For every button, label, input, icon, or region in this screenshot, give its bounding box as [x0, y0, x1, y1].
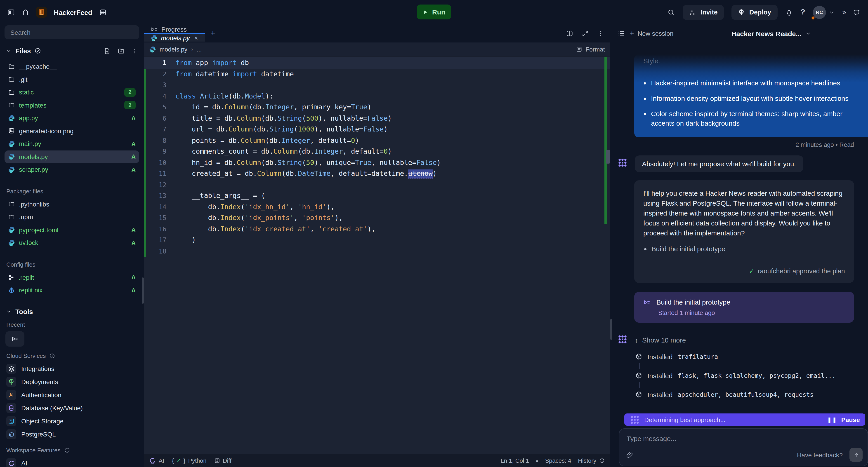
code-line-18[interactable]: 18 — [144, 245, 610, 257]
collapse-panel-icon[interactable]: » — [842, 8, 845, 16]
task-card[interactable]: Build the initial prototype Started 1 mi… — [634, 292, 854, 323]
statusbar-diff[interactable]: Diff — [214, 457, 231, 464]
account-menu[interactable]: RC ✦ — [813, 6, 835, 19]
search-icon[interactable] — [668, 8, 675, 16]
indent-setting[interactable]: Spaces: 4 — [545, 457, 571, 464]
task-started: Started 1 minute ago — [658, 309, 845, 316]
code-line-1[interactable]: 1from app import db — [144, 57, 610, 68]
code-line-3[interactable]: 3 — [144, 79, 610, 91]
show-more-button[interactable]: ↕ Show 10 more — [635, 336, 686, 344]
recent-agent-button[interactable] — [5, 331, 24, 346]
file-row-.replit[interactable]: .replitA — [4, 271, 139, 284]
code-line-11[interactable]: 11 created_at = db.Column(db.DateTime, d… — [144, 168, 610, 179]
new-folder-icon[interactable] — [118, 47, 125, 55]
app-icon[interactable] — [36, 7, 47, 18]
chevron-down-icon[interactable] — [6, 308, 12, 314]
file-row-replit.nix[interactable]: replit.nixA — [4, 284, 139, 297]
tool-ai[interactable]: AI — [4, 457, 139, 467]
code-line-8[interactable]: 8 points = db.Column(db.Integer, default… — [144, 135, 610, 146]
info-icon[interactable] — [50, 353, 55, 359]
notifications-icon[interactable] — [785, 8, 793, 16]
message-composer[interactable]: Type message... Have feedback? — [619, 428, 868, 466]
new-tab-icon[interactable]: + — [205, 24, 221, 42]
code-line-10[interactable]: 10 hn_id = db.Column(db.String(50), uniq… — [144, 157, 610, 168]
editor-scrollbar[interactable] — [606, 150, 610, 164]
chevron-down-icon[interactable] — [6, 48, 12, 54]
app-title[interactable]: HackerFeed — [54, 8, 92, 16]
send-button[interactable] — [849, 448, 863, 462]
tool-object-storage[interactable]: 1001Object Storage — [4, 414, 139, 428]
tool-deployments[interactable]: Deployments — [4, 375, 139, 388]
file-row-static[interactable]: static2 — [4, 86, 139, 99]
cursor-position[interactable]: Ln 1, Col 1 — [501, 457, 529, 464]
tool-database-key-value-[interactable]: Database (Key/Value) — [4, 401, 139, 414]
file-row-uv.lock[interactable]: uv.lockA — [4, 236, 139, 249]
statusbar-language[interactable]: {✓} Python — [172, 457, 207, 464]
file-row-app.py[interactable]: app.pyA — [4, 111, 139, 125]
tool-integrations[interactable]: Integrations — [4, 362, 139, 375]
help-icon[interactable]: ? — [800, 8, 805, 17]
chat-scrollbar[interactable] — [610, 319, 612, 340]
code-line-4[interactable]: 4class Article(db.Model): — [144, 91, 610, 102]
code-line-5[interactable]: 5 id = db.Column(db.Integer, primary_key… — [144, 102, 610, 113]
code-line-2[interactable]: 2from datetime import datetime — [144, 68, 610, 79]
session-list-icon[interactable] — [618, 30, 625, 37]
new-file-icon[interactable] — [103, 47, 111, 55]
check-circle-icon[interactable] — [34, 47, 41, 54]
code-line-13[interactable]: 13 __table_args__ = ( — [144, 190, 610, 201]
code-line-17[interactable]: 17 ) — [144, 235, 610, 245]
breadcrumb-file[interactable]: models.py — [160, 46, 187, 53]
info-icon[interactable] — [64, 447, 70, 453]
code-line-12[interactable]: 12 — [144, 179, 610, 190]
split-pane-icon[interactable] — [566, 30, 573, 37]
tool-authentication[interactable]: Authentication — [4, 388, 139, 401]
file-row-templates[interactable]: templates2 — [4, 99, 139, 111]
file-row-.upm[interactable]: .upm — [4, 210, 139, 224]
feedback-bubble-icon[interactable] — [853, 8, 861, 16]
feedback-link[interactable]: Have feedback? — [797, 451, 843, 459]
files-menu-icon[interactable] — [131, 48, 138, 54]
new-session-button[interactable]: + New session — [630, 29, 673, 37]
home-icon[interactable] — [22, 8, 29, 16]
file-row-.git[interactable]: .git — [4, 73, 139, 86]
code-line-7[interactable]: 7 url = db.Column(db.String(1000), nulla… — [144, 124, 610, 135]
plan-card: I'll help you create a Hacker News reade… — [634, 180, 854, 283]
statusbar-dot: ● — [536, 459, 538, 463]
statusbar-ai[interactable]: AI — [149, 457, 164, 464]
invite-button[interactable]: Invite — [683, 5, 724, 20]
code-line-15[interactable]: 15 db.Index('idx_points', 'points'), — [144, 212, 610, 224]
file-row-scraper.py[interactable]: scraper.pyA — [4, 163, 139, 176]
file-row-models.py[interactable]: models.pyA — [4, 150, 139, 163]
workspace-menu-icon[interactable] — [99, 8, 107, 16]
tab-Progress[interactable]: Progress — [144, 24, 205, 33]
search-box[interactable] — [4, 25, 139, 39]
tool-postgresql[interactable]: PostgreSQL — [4, 428, 139, 441]
file-row-.pythonlibs[interactable]: .pythonlibs — [4, 198, 139, 210]
code-editor[interactable]: 1from app import db2from datetime import… — [144, 56, 610, 454]
pause-button[interactable]: ❚❚ Pause — [827, 416, 860, 423]
run-button[interactable]: Run — [417, 4, 451, 20]
tab-models-py[interactable]: models.py× — [144, 33, 205, 41]
chat-message-list[interactable]: Style: Hacker-inspired minimalist interf… — [618, 42, 864, 466]
line-number: 10 — [144, 159, 166, 166]
code-line-6[interactable]: 6 title = db.Column(db.String(500), null… — [144, 113, 610, 124]
sidebar-toggle-icon[interactable] — [7, 8, 15, 16]
deploy-button[interactable]: Deploy — [732, 5, 778, 20]
expand-pane-icon[interactable] — [582, 30, 589, 37]
file-row-__pycache__[interactable]: __pycache__ — [4, 60, 139, 73]
file-row-pyproject.toml[interactable]: pyproject.tomlA — [4, 224, 139, 236]
code-line-9[interactable]: 9 comments_count = db.Column(db.Integer,… — [144, 146, 610, 157]
sidebar-scrollbar[interactable] — [142, 277, 144, 304]
close-icon[interactable]: × — [194, 34, 198, 41]
format-button[interactable]: Format — [576, 46, 605, 53]
history-button[interactable]: History — [578, 457, 605, 464]
file-row-main.py[interactable]: main.pyA — [4, 137, 139, 150]
attach-file-icon[interactable] — [626, 451, 633, 459]
search-input[interactable] — [9, 28, 134, 36]
session-title-button[interactable]: Hacker News Reade... — [678, 30, 864, 37]
code-line-14[interactable]: 14 db.Index('idx_hn_id', 'hn_id'), — [144, 201, 610, 212]
pane-menu-icon[interactable] — [597, 30, 603, 37]
code-line-16[interactable]: 16 db.Index('idx_created_at', 'created_a… — [144, 224, 610, 235]
breadcrumb-more[interactable]: ... — [197, 46, 202, 53]
file-row-generated-icon.png[interactable]: generated-icon.png — [4, 125, 139, 137]
